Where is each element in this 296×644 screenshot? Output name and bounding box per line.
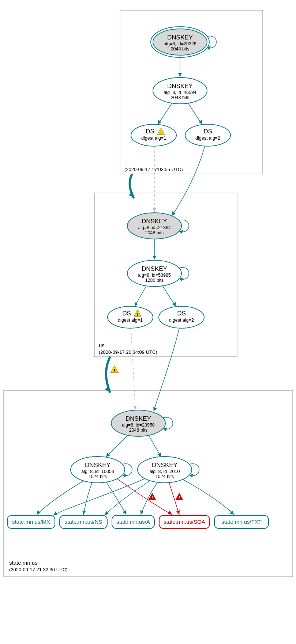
svg-text:alg=8, id=53985: alg=8, id=53985 (138, 273, 171, 278)
svg-text:2048 bits: 2048 bits (129, 428, 148, 433)
zone-name-state: state.mn.us (9, 560, 38, 566)
svg-text:state.mn.us/NS: state.mn.us/NS (65, 519, 102, 525)
svg-text:!: ! (179, 496, 180, 500)
svg-text:alg=8, id=10053: alg=8, id=10053 (81, 469, 114, 474)
svg-text:1024 bits: 1024 bits (156, 474, 174, 479)
svg-text:DS: DS (203, 128, 212, 135)
svg-text:2048 bits: 2048 bits (171, 46, 190, 52)
svg-text:state.mn.us/TXT: state.mn.us/TXT (221, 519, 262, 525)
svg-text:DS: DS (146, 128, 154, 135)
svg-text:DNSKEY: DNSKEY (167, 34, 193, 41)
svg-marker-36 (133, 406, 137, 409)
svg-marker-8 (158, 120, 161, 124)
warn-icon: ! (110, 365, 119, 373)
svg-text:DNSKEY: DNSKEY (142, 218, 167, 225)
svg-text:DNSKEY: DNSKEY (152, 462, 177, 469)
svg-text:alg=8, id=2010: alg=8, id=2010 (150, 469, 180, 474)
svg-text:2048 bits: 2048 bits (145, 230, 164, 235)
svg-text:state.mn.us/A: state.mn.us/A (116, 519, 150, 525)
svg-text:alg=8, id=46594: alg=8, id=46594 (164, 90, 196, 95)
zone-ts-root: (2020-09-17 17:03:55 UTC) (124, 167, 183, 172)
node-root-ds2 (185, 124, 231, 146)
svg-text:DNSKEY: DNSKEY (167, 83, 193, 90)
svg-marker-16 (153, 208, 156, 212)
svg-marker-17 (172, 211, 176, 216)
svg-text:!: ! (114, 368, 115, 373)
svg-marker-29 (172, 302, 176, 306)
svg-marker-4 (178, 73, 182, 77)
zone-ts-us: (2020-09-17 20:34:09 UTC) (99, 349, 157, 355)
svg-text:!: ! (160, 130, 162, 135)
svg-marker-68 (140, 510, 143, 515)
svg-marker-37 (153, 407, 157, 411)
svg-marker-28 (135, 302, 138, 306)
svg-text:1024 bits: 1024 bits (89, 474, 107, 479)
node-us-ds2 (159, 306, 204, 328)
zone-ts-state: (2020-09-17 21:32:30 UTC) (9, 567, 68, 572)
svg-text:DNSKEY: DNSKEY (125, 415, 151, 422)
node-root-ds1 (131, 124, 176, 146)
svg-text:!: ! (151, 496, 153, 500)
svg-text:DNSKEY: DNSKEY (142, 265, 167, 272)
svg-text:alg=8, id=20326: alg=8, id=20326 (164, 41, 196, 46)
svg-marker-70 (176, 510, 180, 515)
svg-marker-61 (82, 511, 86, 515)
zone-name-root: . (124, 159, 126, 166)
svg-text:2048 bits: 2048 bits (171, 95, 190, 100)
svg-text:digest alg=1: digest alg=1 (141, 136, 166, 141)
zone-name-us: us (99, 342, 105, 348)
svg-text:DS: DS (177, 310, 186, 317)
svg-marker-60 (37, 510, 41, 515)
svg-text:!: ! (137, 312, 138, 317)
svg-text:digest alg=1: digest alg=1 (118, 318, 143, 323)
error-icon: ! (148, 493, 156, 500)
svg-text:state.mn.us/SOA: state.mn.us/SOA (164, 519, 205, 525)
svg-text:state.mn.us/MX: state.mn.us/MX (12, 519, 50, 525)
svg-text:DNSKEY: DNSKEY (85, 462, 110, 469)
svg-text:DS: DS (122, 310, 131, 317)
svg-marker-23 (153, 256, 156, 260)
node-us-ds1 (108, 306, 153, 328)
svg-text:digest alg=2: digest alg=2 (195, 136, 220, 141)
svg-text:1280 bits: 1280 bits (145, 278, 164, 283)
svg-text:alg=8, id=21364: alg=8, id=21364 (138, 225, 171, 230)
svg-marker-9 (199, 120, 202, 124)
svg-text:alg=8, id=23950: alg=8, id=23950 (122, 423, 155, 428)
svg-text:digest alg=2: digest alg=2 (169, 318, 194, 323)
error-icon: ! (175, 493, 183, 500)
